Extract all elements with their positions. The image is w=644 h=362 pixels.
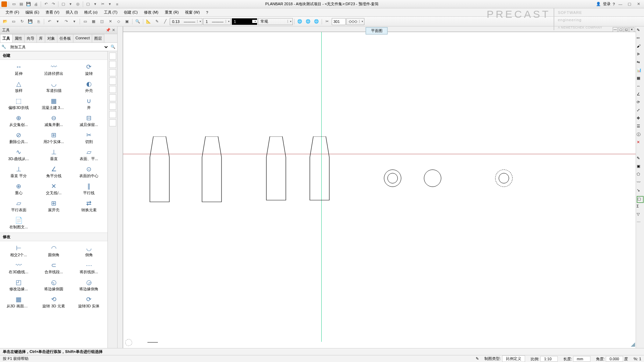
tb2-view5-icon[interactable]: ◇ [115,18,122,25]
side-pen-icon[interactable] [109,111,116,118]
tb-window2-icon[interactable]: ▢ [85,1,91,7]
rt-chart-icon[interactable]: 📊 [637,68,644,75]
tb2-zoom-icon[interactable]: 🔍 [134,18,142,25]
compass-icon[interactable] [125,339,132,346]
menu-修改[interactable]: 修改 (M) [141,9,161,16]
tool-混凝土建 3D对象[interactable]: ▦混凝土建 3D对象 [37,95,71,112]
tool-并[interactable]: ∪并 [72,95,106,112]
tb2-view4-icon[interactable]: ✕ [106,18,114,25]
tb-open-icon[interactable]: ▤ [18,1,24,7]
length-value[interactable]: mm [573,356,590,362]
minimize-button[interactable]: — [617,2,624,7]
thickness-combo[interactable]: 0.13———▾ [170,18,202,25]
tool-圆倒角[interactable]: ◠圆倒角 [37,243,71,259]
tool-重心[interactable]: ⊕重心 [1,181,36,197]
style-combo[interactable]: 常规▾ [258,18,293,25]
tool-表面、平...[interactable]: ▱表面、平... [72,147,106,163]
rt-box-icon[interactable]: ▢ [637,196,644,203]
tool-沿路径挤出[interactable]: 〰沿路径挤出 [37,61,71,78]
rt-more-icon[interactable]: ⋯ [637,220,644,227]
tool-将边缘倒角[interactable]: ◶将边缘倒角 [72,277,106,293]
tb2-open-icon[interactable]: 📂 [1,18,9,25]
rt-layers-icon[interactable]: ☰ [637,124,644,131]
side-text-icon[interactable] [109,94,116,101]
tb2-window-icon[interactable]: ▭ [10,18,17,25]
menu-查看[interactable]: 查看 (V) [43,9,62,16]
panel-tab-图层[interactable]: 图层 [92,34,104,42]
tool-延伸[interactable]: ↔延伸 [1,61,36,78]
menu-编辑[interactable]: 编辑 (E) [23,9,42,16]
rt-filter-icon[interactable]: ▽ [637,212,644,219]
tool-相交2个...[interactable]: ⊢相交2个... [1,243,36,259]
rt-scale-icon[interactable]: ⤢ [637,108,644,115]
tool-修改边缘...[interactable]: ◰修改边缘... [1,277,36,293]
tool-车道扫描[interactable]: ◡车道扫描 [37,78,71,95]
tb-save-icon[interactable]: 💾 [25,1,32,7]
tb2-line-icon[interactable]: ╱ [161,18,169,25]
tool-倒角[interactable]: ◡倒角 [72,243,106,259]
tool-切割[interactable]: ✂切割 [72,129,106,146]
tb-redo-icon[interactable]: ↷ [50,1,56,7]
drawing-canvas[interactable]: 平面图 — ▢ ◱ ✕ [118,26,636,348]
canvas-max-icon[interactable]: ▢ [618,27,623,32]
tb2-globe3-icon[interactable]: 🌐 [313,18,320,25]
tool-角平分线[interactable]: ∠角平分线 [37,164,71,180]
panel-tab-库[interactable]: 库 [37,34,45,42]
tb-undo-icon[interactable]: ↶ [43,1,49,7]
panel-tab-任务板[interactable]: 任务板 [57,34,73,42]
tb2-view3-icon[interactable]: ◫ [98,18,106,25]
tool-将边缘倒圆[interactable]: ◵将边缘倒圆 [37,277,71,293]
tool-用2个实体...[interactable]: ⊞用2个实体... [37,129,71,146]
rt-polygon-icon[interactable]: ⬠ [637,172,644,179]
rt-format-icon[interactable]: 🖌 [637,44,644,51]
tb2-globe2-icon[interactable]: 🌐 [304,18,312,25]
canvas-min-icon[interactable]: — [613,27,618,32]
tool-垂直[interactable]: ⊥垂直 [37,147,71,163]
tool-转换元素[interactable]: ⇄转换元素 [72,198,106,214]
rt-pencil-icon[interactable]: ✎ [637,28,644,35]
side-grid-icon[interactable] [109,69,116,76]
side-image-icon[interactable] [109,119,116,126]
rt-rotate-icon[interactable]: ⟳ [637,100,644,107]
rt-curve-icon[interactable]: 〰 [637,180,644,187]
menu-创建[interactable]: 创建 (C) [121,9,140,16]
side-ruler-icon[interactable] [109,78,116,85]
tb2-refresh-icon[interactable]: ↻ [18,18,26,25]
tool-旋转 3D 元素[interactable]: ⟲旋转 3D 元素 [37,294,71,310]
menu-文件[interactable]: 文件 (F) [3,9,22,16]
tb2-undo-drop-icon[interactable]: ▾ [54,18,62,25]
resize-grip-icon[interactable]: ◢ [631,341,635,347]
side-cube-icon[interactable] [109,53,116,60]
close-button[interactable]: ✕ [635,2,642,7]
help-icon[interactable]: ? [613,2,615,6]
tb-tool-icon[interactable]: ✂ [99,1,106,7]
tb2-measure-icon[interactable]: 📐 [145,18,152,25]
tool-放样[interactable]: △放样 [1,78,36,95]
color-combo[interactable]: 1 ▾ [232,18,257,25]
rt-move-icon[interactable]: ✥ [637,116,644,123]
tool-平行表面[interactable]: ▱平行表面 [1,198,36,214]
tool-在3D曲线...[interactable]: 〰在3D曲线... [1,260,36,276]
tb2-copy-icon[interactable]: ⎘ [35,18,42,25]
tool-在制图文...[interactable]: 📄在制图文... [1,215,36,231]
tool-表面的中心[interactable]: ⊙表面的中心 [72,164,106,180]
tool-将折线拆...[interactable]: ⋯将折线拆... [72,260,106,276]
rt-sum-icon[interactable]: Σ [637,204,644,211]
rt-arrow-icon[interactable]: ↘ [637,188,644,195]
tb-more-icon[interactable]: ≡ [114,1,120,7]
tb-dropdown1-icon[interactable]: ▾ [67,1,74,7]
tool-从3D 画面中删...[interactable]: ▦从3D 画面中删... [1,294,36,310]
panel-tab-对象[interactable]: 对象 [45,34,57,42]
tool-外壳[interactable]: ◐外壳 [72,78,106,95]
tb2-pencil-icon[interactable]: ✎ [153,18,161,25]
maximize-button[interactable]: ▢ [626,2,633,7]
tb-window1-icon[interactable]: ▢ [60,1,66,7]
menu-格式[interactable]: 格式 (o) [81,9,100,16]
rt-pencil2-icon[interactable]: ✏ [637,36,644,43]
rt-angle-icon[interactable]: ∠ [637,92,644,99]
hatch-number-input[interactable] [332,18,346,25]
view-label[interactable]: 平面图 [366,27,388,34]
tool-展开壳[interactable]: ⊞展开壳 [37,198,71,214]
search-icon[interactable]: 🔍 [109,45,117,49]
panel-tab-属性[interactable]: 属性 [12,34,25,42]
